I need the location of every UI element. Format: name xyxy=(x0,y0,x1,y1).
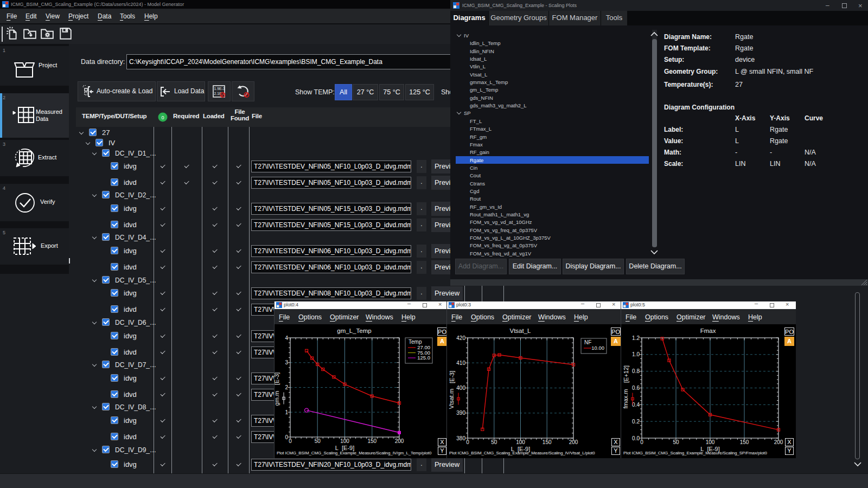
svg-text:Vtsat_L: Vtsat_L xyxy=(510,328,532,334)
svg-text:Plot ICMG_BSIM_CMG_Scaling_Exa: Plot ICMG_BSIM_CMG_Scaling_Example_Measu… xyxy=(623,451,767,455)
svg-text:fmax.m: fmax.m xyxy=(622,389,629,408)
svg-text:200: 200 xyxy=(395,438,404,444)
svg-text:2: 2 xyxy=(285,384,288,390)
svg-text:390: 390 xyxy=(456,410,465,416)
svg-text:4: 4 xyxy=(285,335,288,341)
svg-text:NF: NF xyxy=(584,339,591,345)
svg-text:150: 150 xyxy=(542,439,552,445)
svg-text:[E-3]: [E-3] xyxy=(275,373,280,385)
svg-text:125.0: 125.0 xyxy=(417,355,430,361)
svg-text:0: 0 xyxy=(289,438,292,444)
svg-text:Plot ICMG_BSIM_CMG_Scaling_Exa: Plot ICMG_BSIM_CMG_Scaling_Example_Measu… xyxy=(277,451,432,455)
svg-text:200: 200 xyxy=(569,439,578,445)
svg-text:gm.m: gm.m xyxy=(275,391,280,406)
svg-text:0.4: 0.4 xyxy=(632,402,640,408)
svg-text:150: 150 xyxy=(367,438,376,444)
svg-text:100: 100 xyxy=(516,439,525,445)
svg-text:100: 100 xyxy=(706,439,715,445)
svg-text:[E+12]: [E+12] xyxy=(623,365,629,383)
svg-text:0: 0 xyxy=(640,439,643,445)
svg-text:50: 50 xyxy=(673,439,679,445)
svg-text:gm_L_Temp: gm_L_Temp xyxy=(337,328,371,334)
svg-text:Fmax: Fmax xyxy=(700,328,716,334)
svg-text:420: 420 xyxy=(456,335,465,341)
svg-text:400: 400 xyxy=(456,385,465,391)
svg-text:0: 0 xyxy=(466,439,469,445)
svg-text:0: 0 xyxy=(285,434,288,440)
svg-text:0.0: 0.0 xyxy=(632,435,640,441)
svg-text:0.2: 0.2 xyxy=(632,419,640,425)
svg-text:3: 3 xyxy=(285,359,288,365)
svg-text:410: 410 xyxy=(456,360,465,366)
svg-text:150: 150 xyxy=(740,439,749,445)
svg-text:380: 380 xyxy=(456,435,465,441)
svg-text:200: 200 xyxy=(774,439,783,445)
svg-text:50: 50 xyxy=(491,439,497,445)
svg-text:1.0: 1.0 xyxy=(632,351,640,357)
svg-text:1: 1 xyxy=(285,409,288,415)
svg-text:100: 100 xyxy=(340,438,349,444)
svg-text:0.8: 0.8 xyxy=(632,368,640,374)
svg-text:0.6: 0.6 xyxy=(632,385,640,391)
svg-text:0: 0 xyxy=(161,115,164,120)
svg-text:[E-3]: [E-3] xyxy=(449,371,455,383)
svg-text:Vtsat.m: Vtsat.m xyxy=(448,389,455,409)
svg-text:50: 50 xyxy=(315,438,321,444)
svg-text:10.00: 10.00 xyxy=(591,345,604,351)
svg-text:1.9E-3: 1.9E-3 xyxy=(214,87,225,91)
svg-text:Plot ICMG_BSIM_CMG_Scaling_Exa: Plot ICMG_BSIM_CMG_Scaling_Example_Measu… xyxy=(449,451,595,455)
svg-text:1.2: 1.2 xyxy=(632,335,640,341)
